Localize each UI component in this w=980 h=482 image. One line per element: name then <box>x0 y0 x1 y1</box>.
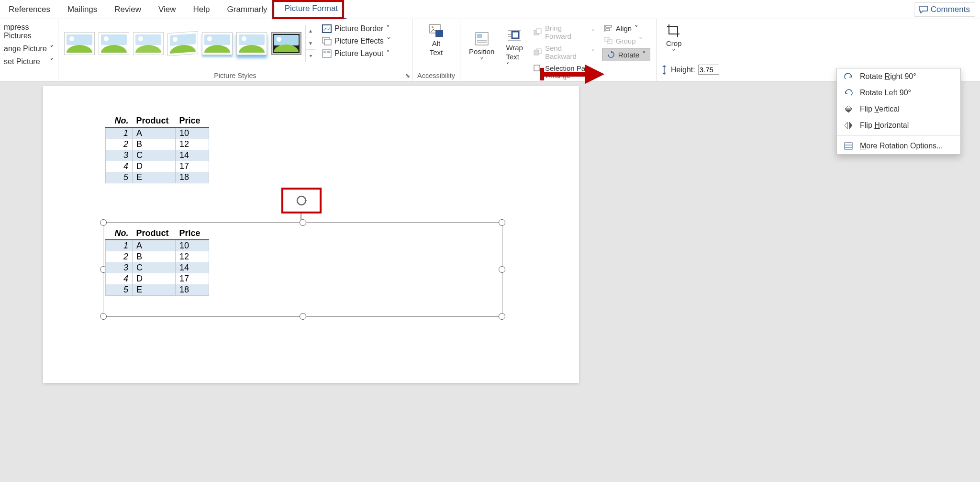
send-backward-button[interactable]: Send Backward ˅ <box>532 43 597 61</box>
svg-rect-25 <box>606 25 612 27</box>
resize-handle-ne[interactable] <box>499 219 505 226</box>
dialog-launcher-picture-styles[interactable]: ⬊ <box>405 72 410 79</box>
chevron-down-icon: ˅ <box>50 57 54 66</box>
col-price: Price <box>176 227 209 240</box>
chevron-down-icon: ˅ <box>591 48 595 56</box>
style-thumb-1[interactable] <box>64 32 95 55</box>
chevron-down-icon: ˅ <box>591 28 595 36</box>
ribbon-content: mpress Pictures ange Picture˅ set Pictur… <box>0 19 980 81</box>
table-row: 3C14 <box>106 262 209 273</box>
svg-rect-26 <box>606 29 610 31</box>
align-icon <box>604 24 613 32</box>
table-row: 4D17 <box>106 161 209 172</box>
ribbon-tabs: References Mailings Review View Help Gra… <box>0 0 980 19</box>
group-button[interactable]: Group ˅ <box>602 35 650 46</box>
picture-border-button[interactable]: Picture Border ˅ <box>320 23 392 34</box>
style-thumb-3[interactable] <box>133 32 164 55</box>
compress-pictures-button[interactable]: mpress Pictures <box>3 21 55 42</box>
rotate-dropdown-menu: Rotate Right 90° Rotate Left 90° Flip Ve… <box>836 68 961 155</box>
svg-point-32 <box>297 196 306 205</box>
svg-rect-22 <box>534 50 539 55</box>
document-area: No. Product Price 1A10 2B12 3C14 4D17 5E… <box>0 81 980 482</box>
rotate-left-icon <box>844 89 853 97</box>
resize-handle-n[interactable] <box>300 219 306 226</box>
page[interactable]: No. Product Price 1A10 2B12 3C14 4D17 5E… <box>43 86 579 383</box>
rotate-icon <box>607 51 615 58</box>
tab-mailings[interactable]: Mailings <box>59 0 106 19</box>
gallery-more-button[interactable]: ▾ <box>306 50 315 62</box>
chevron-down-icon: ˅ <box>480 56 484 65</box>
rotate-right-90-item[interactable]: Rotate Right 90° <box>837 68 960 85</box>
align-button[interactable]: Align ˅ <box>602 23 650 34</box>
rotate-left-90-item[interactable]: Rotate Left 90° <box>837 85 960 101</box>
resize-handle-sw[interactable] <box>100 313 107 320</box>
gallery-scroll: ▲ ▼ ▾ <box>305 25 315 62</box>
rotate-handle-icon[interactable] <box>294 193 309 208</box>
svg-point-8 <box>432 26 434 28</box>
col-no: No. <box>106 115 133 127</box>
resize-handle-se[interactable] <box>499 313 505 320</box>
group-adjust: mpress Pictures ange Picture˅ set Pictur… <box>0 19 58 81</box>
picture-style-gallery[interactable]: ▲ ▼ ▾ <box>61 21 318 66</box>
tab-references[interactable]: References <box>0 0 59 19</box>
crop-button[interactable]: Crop ˅ <box>660 21 688 59</box>
flip-horizontal-item[interactable]: Flip Horizontal <box>837 117 960 134</box>
bring-forward-button[interactable]: Bring Forward ˅ <box>532 23 597 41</box>
wrap-text-icon <box>507 27 522 43</box>
col-product: Product <box>133 227 176 240</box>
style-thumb-7[interactable] <box>271 32 301 55</box>
data-table-1: No. Product Price 1A10 2B12 3C14 4D17 5E… <box>105 115 209 183</box>
resize-handle-e[interactable] <box>499 266 505 273</box>
height-input[interactable] <box>698 65 719 75</box>
data-table-2: No. Product Price 1A10 2B12 3C14 4D17 5E… <box>105 227 209 296</box>
chevron-down-icon: ˅ <box>672 48 676 57</box>
col-product: Product <box>133 115 176 127</box>
group-label-picture-styles: Picture Styles <box>58 72 412 79</box>
table-row: 4D17 <box>106 273 209 284</box>
svg-rect-11 <box>477 34 482 38</box>
tab-view[interactable]: View <box>150 0 185 19</box>
resize-handle-s[interactable] <box>300 313 306 320</box>
svg-rect-0 <box>323 25 331 33</box>
svg-rect-23 <box>534 65 540 71</box>
tab-picture-format[interactable]: Picture Format <box>276 0 346 19</box>
style-thumb-5[interactable] <box>202 32 233 55</box>
alt-text-button[interactable]: Alt Text <box>415 21 457 58</box>
position-button[interactable]: Position ˅ <box>463 21 500 75</box>
style-thumb-6[interactable] <box>236 32 267 55</box>
picture-effects-button[interactable]: Picture Effects ˅ <box>320 35 392 46</box>
rotate-button[interactable]: Rotate ˅ <box>602 48 650 61</box>
height-field: Height: <box>660 65 719 75</box>
tab-grammarly[interactable]: Grammarly <box>219 0 276 19</box>
bring-forward-icon <box>534 28 542 36</box>
wrap-text-button[interactable]: Wrap Text ˅ <box>500 21 529 75</box>
picture-layout-button[interactable]: Picture Layout ˅ <box>320 48 392 59</box>
svg-rect-2 <box>324 39 331 45</box>
picture-border-icon <box>322 24 332 33</box>
position-icon <box>474 31 490 46</box>
tab-help[interactable]: Help <box>185 0 219 19</box>
table-row: 2B12 <box>106 251 209 262</box>
style-thumb-4[interactable] <box>167 31 198 56</box>
chevron-down-icon: ˅ <box>639 36 643 45</box>
gallery-down-button[interactable]: ▼ <box>306 37 315 50</box>
chevron-down-icon: ˅ <box>387 36 390 45</box>
group-accessibility: Alt Text Accessibility <box>412 19 460 81</box>
resize-handle-nw[interactable] <box>100 219 107 226</box>
tab-review[interactable]: Review <box>106 0 150 19</box>
style-thumb-2[interactable] <box>99 32 129 55</box>
group-icon <box>604 37 613 45</box>
picture-layout-icon <box>322 49 332 58</box>
more-rotation-options-item[interactable]: More Rotation Options... <box>837 138 960 154</box>
comments-button[interactable]: Comments <box>914 2 975 17</box>
flip-vertical-item[interactable]: Flip Vertical <box>837 101 960 117</box>
gallery-up-button[interactable]: ▲ <box>306 25 315 37</box>
chevron-down-icon: ˅ <box>386 49 390 58</box>
chevron-down-icon: ˅ <box>386 24 390 33</box>
change-picture-button[interactable]: ange Picture˅ <box>3 42 55 55</box>
comments-label: Comments <box>931 5 970 14</box>
svg-rect-20 <box>536 29 541 34</box>
chevron-down-icon: ˅ <box>635 24 638 33</box>
reset-picture-button[interactable]: set Picture ˅ <box>3 55 55 68</box>
annotation-red-box-rotate-handle <box>281 188 322 213</box>
